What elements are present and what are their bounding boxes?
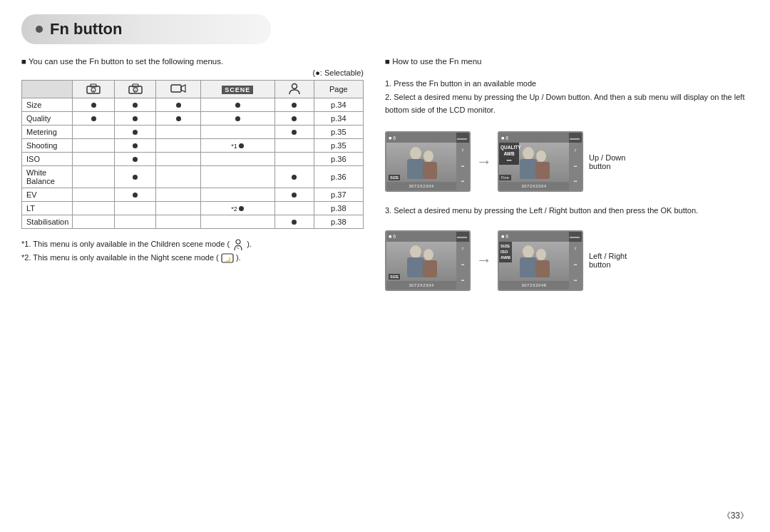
table-cell-col5 [274, 98, 314, 112]
table-row: White Balancep.36 [22, 166, 364, 188]
fn-table: A P [21, 80, 364, 229]
table-cell-col3 [156, 112, 200, 126]
main-content: ■ You can use the Fn button to set the f… [21, 57, 749, 518]
cam-screen-1b: ■ 6 ▬▬ QUALITYAWB▪▪▪ 7 ▪ [498, 131, 583, 192]
page-ref: p.36 [314, 153, 363, 166]
portrait-icon [288, 83, 301, 94]
table-cell-col4: *2 [200, 202, 274, 215]
table-cell-col3 [156, 202, 200, 215]
col-header-portrait [274, 81, 314, 98]
col-header-video [156, 81, 200, 98]
table-cell-col3 [156, 153, 200, 166]
table-cell-col1 [73, 215, 115, 229]
svg-point-21 [536, 150, 546, 162]
cam-quality-overlay: QUALITYAWB▪▪▪ [499, 143, 519, 165]
cam-rightbar-1a: 7 ▪▪ ▪▪ [456, 133, 469, 190]
table-cell-col1 [73, 98, 115, 112]
dot-filled [235, 103, 240, 108]
table-cell-col1 [73, 112, 115, 126]
leftright-label: Left / Rightbutton [589, 252, 632, 269]
svg-rect-1 [91, 84, 96, 87]
svg-point-15 [410, 147, 421, 160]
svg-rect-26 [423, 260, 437, 277]
dot-filled [292, 220, 297, 225]
person-svg-2b [513, 243, 555, 279]
page-ref: p.35 [314, 126, 363, 139]
svg-rect-30 [535, 260, 550, 277]
table-row: Stabilisationp.38 [22, 215, 364, 229]
night-scene-icon: 🌙 [221, 252, 234, 264]
page-ref: p.35 [314, 139, 363, 153]
step-1: 1. Press the Fn button in an available m… [385, 77, 749, 91]
dot-filled [292, 175, 297, 180]
person-svg-1a [400, 145, 443, 180]
table-cell-col5 [274, 112, 314, 126]
page-container: Fn button ■ You can use the Fn button to… [0, 0, 770, 532]
right-column: ■ How to use the Fn menu 1. Press the Fn… [385, 57, 749, 518]
svg-rect-28 [520, 257, 537, 277]
svg-rect-18 [423, 162, 437, 179]
dot-filled [91, 116, 96, 121]
table-cell-col1 [73, 188, 115, 202]
table-row: ISOp.36 [22, 153, 364, 166]
table-cell-col4 [200, 215, 274, 229]
title-bar: Fn button [21, 14, 271, 44]
table-cell-col2 [114, 112, 156, 126]
dot-filled [133, 175, 138, 180]
table-cell-col1 [73, 153, 115, 166]
person-svg-2a [400, 243, 443, 279]
svg-rect-16 [407, 159, 424, 179]
svg-point-25 [423, 249, 433, 260]
table-cell-col3 [156, 188, 200, 202]
footnote-1: *1. This menu is only available in the C… [21, 237, 364, 251]
updown-demo: ■ 6 ▬▬ 7 ▪▪ ▪▪ [385, 131, 749, 192]
table-cell-col5 [274, 153, 314, 166]
dot-filled [292, 116, 297, 121]
table-cell-col2 [114, 153, 156, 166]
svg-point-17 [423, 150, 433, 162]
svg-point-19 [523, 147, 534, 160]
table-cell-col1 [73, 139, 115, 153]
row-label: EV [22, 188, 73, 202]
table-cell-col4 [200, 126, 274, 139]
table-cell-col2 [114, 166, 156, 188]
table-cell-col5 [274, 202, 314, 215]
page-ref: p.34 [314, 98, 363, 112]
cam-sizebadge-1a: SIZE [389, 175, 400, 180]
col-header-scene: SCENE [200, 81, 274, 98]
page-ref: p.37 [314, 188, 363, 202]
row-label: Quality [22, 112, 73, 126]
table-cell-col5 [274, 215, 314, 229]
dot-filled [176, 103, 181, 108]
row-label: LT [22, 202, 73, 215]
program-camera-icon: P [128, 83, 143, 94]
intro-text: ■ You can use the Fn button to set the f… [21, 57, 364, 66]
table-cell-col3 [156, 98, 200, 112]
col-header-page: Page [314, 81, 363, 98]
row-label: Size [22, 98, 73, 112]
cam-bottombar-1b: 3072X2304 [499, 182, 569, 190]
scene-badge: SCENE [222, 86, 253, 94]
dot-filled [292, 103, 297, 108]
left-column: ■ You can use the Fn button to set the f… [21, 57, 364, 518]
cam-sizebadge-2a: SIZE [389, 274, 400, 280]
dot-filled [133, 157, 138, 162]
dot-filled [133, 130, 138, 135]
col-header-program: P [114, 81, 156, 98]
svg-rect-20 [520, 159, 537, 179]
page-ref: p.34 [314, 112, 363, 126]
svg-point-27 [523, 245, 534, 258]
page-number: 《33》 [722, 510, 749, 522]
table-row: Qualityp.34 [22, 112, 364, 126]
table-cell-col3 [156, 166, 200, 188]
svg-rect-24 [407, 257, 424, 277]
svg-rect-8 [171, 85, 181, 92]
dot-filled [235, 116, 240, 121]
svg-text:C: C [237, 245, 240, 250]
cam-iso-overlay: SIZEISOAWB [499, 242, 512, 262]
steps: 1. Press the Fn button in an available m… [385, 77, 749, 117]
table-cell-col1 [73, 166, 115, 188]
cam-bottombar-1a: 3072X2304 [386, 182, 456, 190]
step-1-text: 1. Press the Fn button in an available m… [385, 77, 536, 91]
row-label: Shooting [22, 139, 73, 153]
